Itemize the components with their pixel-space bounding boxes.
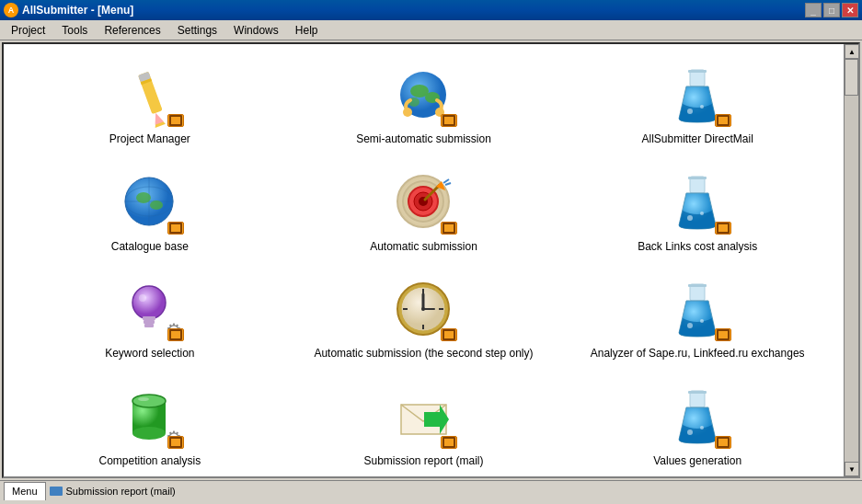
catalogue-badge — [167, 222, 184, 235]
menu-help[interactable]: Help — [288, 22, 326, 39]
svg-point-13 — [700, 105, 704, 109]
values-gen-label: Values generation — [653, 454, 741, 469]
svg-point-60 — [687, 430, 693, 435]
scroll-down-button[interactable]: ▼ — [845, 462, 859, 476]
content-area: Project Manager — [4, 44, 844, 476]
project-manager-label: Project Manager — [109, 132, 190, 147]
svg-point-56 — [138, 397, 149, 401]
vertical-scrollbar[interactable]: ▲ ▼ — [844, 44, 858, 476]
menu-project[interactable]: Project — [4, 22, 52, 39]
menu-tools[interactable]: Tools — [54, 22, 95, 39]
svg-point-50 — [700, 319, 704, 323]
minimize-button[interactable]: _ — [805, 3, 822, 17]
values-gen-badge — [715, 436, 731, 449]
svg-point-12 — [687, 109, 693, 114]
auto-submission-icon — [391, 170, 455, 235]
svg-rect-37 — [144, 324, 154, 327]
project-manager-badge — [167, 114, 184, 127]
title-bar-text: AllSubmitter - [Menu] — [22, 4, 805, 17]
keyword-label: Keyword selection — [105, 347, 194, 361]
menu-references[interactable]: References — [97, 22, 167, 39]
svg-point-49 — [687, 323, 693, 328]
icon-grid: Project Manager — [4, 53, 844, 478]
values-gen-icon — [665, 384, 730, 449]
maximize-button[interactable]: □ — [823, 3, 840, 17]
auto-submission-step2-cell[interactable]: Automatic submission (the second step on… — [287, 268, 561, 375]
back-links-icon — [665, 170, 730, 235]
semi-auto-submission-cell[interactable]: Semi-automatic submission — [287, 53, 561, 161]
auto-submission-cell[interactable]: Automatic submission — [287, 161, 561, 269]
submission-report-icon — [391, 384, 455, 449]
menu-windows[interactable]: Windows — [226, 22, 286, 39]
status-item: Submission report (mail) — [50, 486, 176, 497]
competition-icon: ⚙ — [118, 384, 182, 449]
menu-bar: Project Tools References Settings Window… — [0, 20, 862, 40]
title-bar: A AllSubmitter - [Menu] _ □ ✕ — [0, 0, 862, 20]
svg-point-47 — [421, 307, 425, 311]
svg-line-29 — [445, 183, 451, 185]
main-window: Project Manager — [2, 42, 860, 478]
report-badge — [441, 436, 457, 449]
scroll-thumb[interactable] — [845, 59, 858, 96]
svg-point-38 — [139, 294, 146, 302]
svg-rect-51 — [688, 284, 707, 287]
svg-rect-35 — [143, 316, 155, 320]
svg-point-34 — [132, 286, 166, 319]
competition-badge — [167, 436, 184, 449]
svg-point-54 — [132, 427, 166, 440]
svg-point-31 — [687, 215, 693, 221]
close-button[interactable]: ✕ — [842, 3, 858, 17]
menu-settings[interactable]: Settings — [170, 22, 224, 39]
menu-tab[interactable]: Menu — [4, 482, 46, 500]
directmail-cell[interactable]: AllSubmitter DirectMail — [560, 53, 834, 161]
app-icon: A — [4, 3, 18, 17]
project-manager-cell[interactable]: Project Manager — [13, 53, 287, 161]
back-links-cell[interactable]: Back Links cost analysis — [560, 161, 834, 269]
svg-point-61 — [700, 426, 704, 430]
catalogue-icon — [118, 170, 182, 235]
step2-badge — [441, 328, 457, 341]
auto-submission-badge — [441, 222, 457, 235]
status-bar: Menu Submission report (mail) — [0, 480, 862, 500]
competition-cell[interactable]: ⚙ Competition analysis — [13, 375, 287, 478]
competition-label: Competition analysis — [98, 454, 201, 469]
catalogue-base-cell[interactable]: Catalogue base — [13, 161, 287, 269]
directmail-label: AllSubmitter DirectMail — [641, 132, 753, 147]
auto-submission-label: Automatic submission — [370, 240, 477, 255]
status-text: Submission report (mail) — [66, 486, 176, 497]
values-generation-cell[interactable]: Values generation — [560, 375, 834, 478]
analyzer-cell[interactable]: Analyzer of Sape.ru, Linkfeed.ru exchang… — [560, 268, 834, 375]
directmail-icon — [665, 63, 730, 127]
back-links-badge — [715, 222, 731, 235]
svg-point-20 — [150, 200, 163, 210]
semi-auto-icon — [391, 63, 455, 127]
svg-point-9 — [403, 108, 412, 117]
scroll-up-button[interactable]: ▲ — [845, 44, 859, 59]
svg-point-32 — [700, 212, 704, 215]
project-manager-icon — [118, 63, 182, 127]
semi-auto-label: Semi-automatic submission — [356, 132, 491, 147]
submission-report-cell[interactable]: Submission report (mail) — [287, 375, 561, 478]
keyword-badge — [167, 328, 184, 341]
analyzer-badge — [715, 328, 731, 341]
keyword-icon: ⚙ — [118, 277, 182, 341]
svg-rect-14 — [688, 70, 707, 73]
svg-rect-62 — [688, 391, 707, 394]
svg-line-28 — [443, 179, 449, 183]
svg-rect-36 — [144, 320, 155, 324]
catalogue-label: Catalogue base — [111, 240, 189, 255]
svg-rect-33 — [688, 177, 707, 179]
analyzer-icon — [665, 277, 730, 341]
keyword-selection-cell[interactable]: ⚙ Keyword selection — [13, 268, 287, 375]
semi-auto-badge — [441, 114, 457, 127]
title-bar-buttons: _ □ ✕ — [805, 3, 858, 17]
step2-icon — [391, 277, 455, 341]
status-mini-icon — [50, 487, 63, 496]
back-links-label: Back Links cost analysis — [638, 240, 757, 255]
report-label: Submission report (mail) — [363, 454, 483, 469]
directmail-badge — [715, 114, 731, 127]
svg-point-19 — [136, 192, 151, 203]
step2-label: Automatic submission (the second step on… — [314, 347, 533, 361]
analyzer-label: Analyzer of Sape.ru, Linkfeed.ru exchang… — [591, 347, 805, 361]
scroll-track — [845, 59, 858, 462]
